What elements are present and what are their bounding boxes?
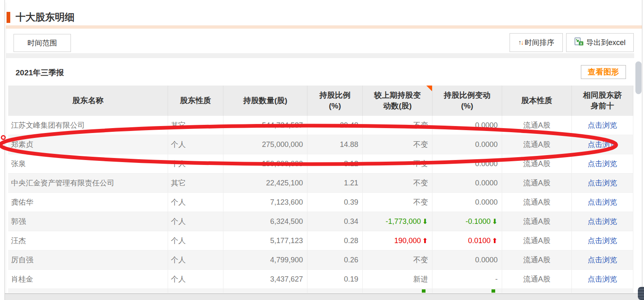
shares-count-cell: 275,000,000 bbox=[223, 135, 307, 154]
shares-ratio-cell: 8.12 bbox=[307, 154, 363, 173]
ratio-change-cell: 0.0000 bbox=[432, 193, 502, 212]
shareholder-name-cell: 中央汇金资产管理有限责任公司 bbox=[8, 174, 168, 192]
column-header-shareholder-name: 股东名称 bbox=[8, 86, 168, 116]
panel-border bbox=[6, 2, 6, 300]
capital-type-cell: 流通A股 bbox=[502, 174, 572, 192]
excel-icon: x bbox=[574, 37, 584, 48]
browse-link[interactable]: 点击浏览 bbox=[572, 193, 633, 212]
column-header-shares-count: 持股数量(股) bbox=[223, 86, 307, 116]
capital-type-cell: 流通A股 bbox=[502, 135, 572, 154]
up-arrow-icon: ⬆ bbox=[422, 237, 428, 245]
browse-link[interactable]: 点击浏览 bbox=[572, 174, 633, 192]
capital-type-cell: 流通A股 bbox=[502, 193, 572, 212]
shareholder-nature-cell: 其它 bbox=[168, 116, 223, 135]
time-sort-label: 时间排序 bbox=[525, 38, 554, 47]
vertical-scrollbar-thumb[interactable] bbox=[635, 61, 642, 94]
floating-widget[interactable] bbox=[638, 287, 644, 300]
time-sort-button[interactable]: ↑↓ 时间排序 bbox=[510, 33, 563, 52]
column-header-shares-change: 较上期持股变 动数(股) bbox=[363, 86, 432, 116]
browse-link[interactable]: 点击浏览 bbox=[572, 135, 633, 154]
shares-count-cell: 5,177,123 bbox=[223, 231, 307, 250]
view-chart-label: 查看图形 bbox=[588, 67, 619, 77]
table-row: 郭强个人6,324,5000.34-1,773,000⬇-0.1000⬇流通A股… bbox=[8, 212, 633, 231]
shares-ratio-cell: 0.34 bbox=[307, 212, 363, 231]
shareholder-nature-cell: 其它 bbox=[168, 174, 223, 192]
shareholder-name-cell: 郭强 bbox=[8, 212, 168, 231]
column-header-shareholder-nature: 股东性质 bbox=[168, 86, 223, 116]
shareholder-nature-cell: 个人 bbox=[168, 250, 223, 269]
shares-change-cell: 不变 bbox=[363, 193, 432, 212]
svg-text:x: x bbox=[580, 41, 582, 45]
shares-count-cell: 4,799,900 bbox=[223, 250, 307, 269]
down-arrow-icon bbox=[422, 289, 426, 293]
shares-ratio-cell: 0.28 bbox=[307, 231, 363, 250]
shares-count-cell bbox=[223, 289, 307, 293]
shares-ratio-cell: 0.39 bbox=[307, 193, 363, 212]
shareholder-nature-cell bbox=[168, 289, 223, 293]
browse-link[interactable]: 点击浏览 bbox=[572, 212, 633, 231]
ratio-change-cell: 0.0000 bbox=[432, 250, 502, 269]
ratio-change-cell bbox=[432, 289, 502, 293]
table-row: 中央汇金资产管理有限责任公司其它22,425,1001.21不变0.0000流通… bbox=[8, 174, 633, 193]
title-accent-bar bbox=[7, 12, 10, 23]
column-header-shares-ratio: 持股比例 (%) bbox=[307, 86, 363, 116]
shares-change-cell bbox=[363, 289, 432, 293]
column-header-same-shareholder: 相同股东跻 身前十 bbox=[572, 86, 633, 116]
ratio-change-cell: 0.0000 bbox=[432, 135, 502, 154]
shares-ratio-cell bbox=[307, 289, 363, 293]
browse-link[interactable]: 点击浏览 bbox=[572, 154, 633, 173]
browse-link[interactable]: 点击浏览 bbox=[572, 250, 633, 269]
table-row-partial bbox=[8, 289, 633, 293]
capital-type-cell: 流通A股 bbox=[502, 270, 572, 289]
table-row: 江苏文峰集团有限公司其它544,724,58729.48不变0.0000流通A股… bbox=[8, 116, 633, 135]
report-period-label: 2021年三季报 bbox=[16, 68, 64, 78]
sort-arrows-icon: ↑↓ bbox=[518, 39, 523, 46]
down-arrow-icon: ⬇ bbox=[422, 217, 428, 226]
shares-change-cell: 新进 bbox=[363, 270, 432, 289]
shares-count-cell: 3,437,627 bbox=[223, 270, 307, 289]
shares-count-cell: 22,425,100 bbox=[223, 174, 307, 192]
browse-link[interactable]: 点击浏览 bbox=[572, 270, 633, 289]
time-range-button[interactable]: 时间范围 bbox=[14, 34, 71, 52]
shares-count-cell: 7,123,600 bbox=[223, 193, 307, 212]
view-chart-button[interactable]: 查看图形 bbox=[581, 65, 626, 79]
left-panel-divider bbox=[5, 0, 5, 300]
shares-count-cell: 544,724,587 bbox=[223, 116, 307, 135]
ratio-change-cell: -0.1000⬇ bbox=[432, 212, 502, 231]
shareholder-name-cell: 肖桂金 bbox=[8, 270, 168, 289]
sort-corner-icon bbox=[426, 86, 432, 91]
capital-type-cell: 流通A股 bbox=[502, 250, 572, 269]
browse-link[interactable]: 点击浏览 bbox=[572, 116, 633, 135]
shares-ratio-cell: 0.26 bbox=[307, 250, 363, 269]
shares-count-cell: 6,324,500 bbox=[223, 212, 307, 231]
title-underline-band bbox=[6, 25, 642, 29]
ratio-change-cell: 0.0000 bbox=[432, 174, 502, 192]
shareholder-name-cell: 厉自强 bbox=[8, 250, 168, 269]
table-row: 龚佑华个人7,123,6000.39不变0.0000流通A股点击浏览 bbox=[8, 193, 633, 212]
table-body: 江苏文峰集团有限公司其它544,724,58729.48不变0.0000流通A股… bbox=[8, 116, 633, 289]
down-arrow-icon: ⬇ bbox=[492, 217, 498, 226]
shareholders-table: 股东名称 股东性质 持股数量(股) 持股比例 (%) 较上期持股变 动数(股) … bbox=[8, 86, 633, 293]
shares-change-cell: 不变 bbox=[363, 116, 432, 135]
table-header-row: 股东名称 股东性质 持股数量(股) 持股比例 (%) 较上期持股变 动数(股) … bbox=[8, 86, 633, 116]
shareholder-name-cell: 张泉 bbox=[8, 154, 168, 173]
shares-change-cell: -1,773,000⬇ bbox=[363, 212, 432, 231]
shares-ratio-cell: 14.88 bbox=[307, 135, 363, 154]
export-excel-label: 导出到excel bbox=[586, 38, 626, 47]
capital-type-cell: 流通A股 bbox=[502, 116, 572, 135]
shares-count-cell: 150,000,000 bbox=[223, 154, 307, 173]
shares-ratio-cell: 0.19 bbox=[307, 270, 363, 289]
table-row: 肖桂金个人3,437,6270.19新进-流通A股点击浏览 bbox=[8, 270, 633, 289]
ratio-change-cell: 0.0100⬆ bbox=[432, 231, 502, 250]
shares-change-cell: 不变 bbox=[363, 174, 432, 192]
ratio-change-cell: - bbox=[432, 270, 502, 289]
down-arrow-icon bbox=[492, 289, 495, 293]
shareholder-nature-cell: 个人 bbox=[168, 231, 223, 250]
export-excel-button[interactable]: x 导出到excel bbox=[566, 33, 634, 52]
shares-ratio-cell: 29.48 bbox=[307, 116, 363, 135]
page-bottom-band bbox=[5, 293, 644, 300]
browse-link[interactable]: 点击浏览 bbox=[572, 231, 633, 250]
capital-type-cell bbox=[502, 289, 572, 293]
column-header-capital-type: 股本性质 bbox=[502, 86, 572, 116]
shareholder-name-cell: 汪杰 bbox=[8, 231, 168, 250]
